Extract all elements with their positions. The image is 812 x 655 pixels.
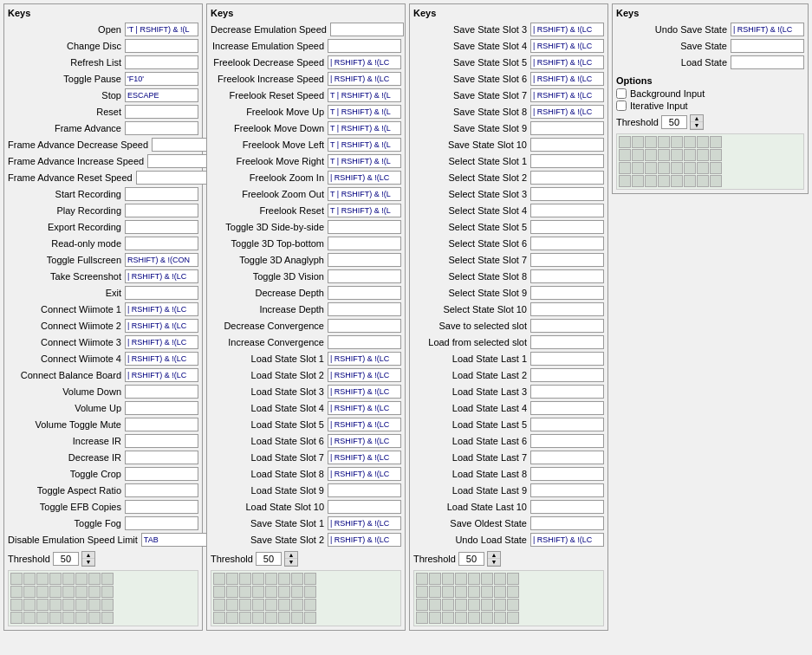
key-input[interactable]: [125, 88, 198, 102]
key-input[interactable]: [328, 39, 401, 53]
grid-cell[interactable]: [455, 586, 467, 598]
grid-cell[interactable]: [697, 175, 709, 187]
key-input[interactable]: [125, 335, 198, 349]
key-input[interactable]: [125, 385, 198, 399]
grid-cell[interactable]: [23, 612, 36, 624]
key-input[interactable]: [530, 302, 604, 316]
grid-cell[interactable]: [710, 162, 722, 174]
key-input[interactable]: [530, 88, 604, 102]
grid-cell[interactable]: [291, 599, 303, 611]
grid-cell[interactable]: [23, 586, 36, 598]
key-input[interactable]: [530, 385, 604, 399]
grid-cell[interactable]: [239, 573, 251, 585]
grid-cell[interactable]: [455, 612, 467, 624]
grid-cell[interactable]: [62, 586, 75, 598]
key-input[interactable]: [530, 154, 604, 168]
key-input[interactable]: [125, 253, 198, 267]
grid-cell[interactable]: [10, 586, 23, 598]
key-input[interactable]: [125, 105, 198, 119]
grid-cell[interactable]: [468, 586, 480, 598]
grid-cell[interactable]: [671, 162, 683, 174]
grid-cell[interactable]: [619, 175, 631, 187]
grid-cell[interactable]: [442, 599, 454, 611]
checkbox-0[interactable]: [616, 88, 627, 99]
grid-cell[interactable]: [239, 586, 251, 598]
grid-cell[interactable]: [75, 586, 88, 598]
key-input[interactable]: [530, 401, 604, 415]
grid-cell[interactable]: [645, 162, 657, 174]
grid-cell[interactable]: [49, 612, 62, 624]
threshold-input[interactable]: [458, 552, 484, 566]
key-input[interactable]: [530, 467, 604, 481]
grid-cell[interactable]: [507, 612, 519, 624]
grid-cell[interactable]: [278, 599, 290, 611]
grid-cell[interactable]: [442, 612, 454, 624]
grid-cell[interactable]: [252, 612, 264, 624]
grid-cell[interactable]: [481, 599, 493, 611]
key-input[interactable]: [328, 220, 401, 234]
key-input[interactable]: [125, 516, 198, 530]
grid-cell[interactable]: [88, 573, 101, 585]
grid-cell[interactable]: [494, 586, 506, 598]
key-input[interactable]: [125, 204, 198, 217]
grid-cell[interactable]: [658, 175, 670, 187]
grid-cell[interactable]: [710, 136, 722, 148]
grid-cell[interactable]: [619, 162, 631, 174]
grid-cell[interactable]: [88, 599, 101, 611]
grid-cell[interactable]: [442, 573, 454, 585]
key-input[interactable]: [328, 500, 401, 514]
grid-cell[interactable]: [507, 573, 519, 585]
key-input[interactable]: [530, 335, 604, 349]
key-input[interactable]: [530, 352, 604, 366]
key-input[interactable]: [328, 533, 401, 547]
key-input[interactable]: [530, 451, 604, 464]
checkbox-1[interactable]: [616, 101, 627, 111]
grid-cell[interactable]: [304, 586, 316, 598]
key-input[interactable]: [125, 319, 198, 333]
grid-cell[interactable]: [645, 149, 657, 161]
grid-cell[interactable]: [213, 586, 225, 598]
grid-cell[interactable]: [101, 586, 114, 598]
grid-cell[interactable]: [684, 175, 696, 187]
grid-cell[interactable]: [75, 612, 88, 624]
key-input[interactable]: [328, 204, 401, 217]
key-input[interactable]: [328, 253, 401, 267]
grid-cell[interactable]: [455, 599, 467, 611]
grid-cell[interactable]: [481, 573, 493, 585]
grid-cell[interactable]: [88, 612, 101, 624]
spinner-up[interactable]: ▲: [488, 552, 500, 559]
key-input[interactable]: [328, 154, 401, 168]
grid-cell[interactable]: [429, 586, 441, 598]
key-input[interactable]: [328, 171, 401, 185]
grid-cell[interactable]: [226, 612, 238, 624]
grid-cell[interactable]: [278, 573, 290, 585]
grid-cell[interactable]: [252, 573, 264, 585]
grid-cell[interactable]: [10, 599, 23, 611]
grid-cell[interactable]: [455, 573, 467, 585]
grid-cell[interactable]: [481, 612, 493, 624]
threshold-input[interactable]: [53, 552, 79, 566]
grid-cell[interactable]: [36, 586, 49, 598]
key-input[interactable]: [328, 434, 401, 448]
grid-cell[interactable]: [278, 586, 290, 598]
key-input[interactable]: [328, 55, 401, 69]
grid-cell[interactable]: [239, 599, 251, 611]
grid-cell[interactable]: [101, 612, 114, 624]
key-input[interactable]: [328, 237, 401, 250]
key-input[interactable]: [125, 237, 198, 250]
grid-cell[interactable]: [671, 175, 683, 187]
grid-cell[interactable]: [671, 149, 683, 161]
key-input[interactable]: [530, 171, 604, 185]
key-input[interactable]: [530, 72, 604, 86]
grid-cell[interactable]: [697, 149, 709, 161]
grid-cell[interactable]: [304, 599, 316, 611]
key-input[interactable]: [530, 319, 604, 333]
grid-cell[interactable]: [239, 612, 251, 624]
key-input[interactable]: [328, 516, 401, 530]
grid-cell[interactable]: [101, 599, 114, 611]
grid-cell[interactable]: [632, 149, 644, 161]
grid-cell[interactable]: [671, 136, 683, 148]
key-input[interactable]: [530, 368, 604, 382]
spinner-down[interactable]: ▼: [488, 559, 500, 566]
spinner-down[interactable]: ▼: [285, 559, 297, 566]
